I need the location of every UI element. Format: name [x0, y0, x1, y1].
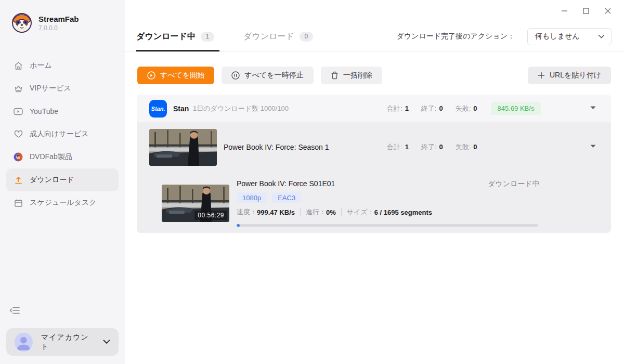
- episode-progress-fill: [237, 224, 240, 227]
- sidebar-item-label: VIPサービス: [30, 84, 71, 93]
- episode-status: ダウンロード中: [488, 179, 540, 189]
- app-brand: StreamFab 7.0.0.0: [11, 12, 79, 33]
- minimize-button[interactable]: [553, 0, 575, 21]
- active-tab-underline: [136, 50, 219, 51]
- stat-value: 1: [405, 105, 409, 112]
- download-tabs: ダウンロード中 1 ダウンロード 0: [136, 21, 313, 51]
- stat-label: 終了:: [421, 142, 437, 152]
- plus-icon: [538, 72, 545, 79]
- paste-url-button[interactable]: URLを貼り付け: [528, 67, 611, 84]
- play-circle-icon: [147, 71, 155, 80]
- app-name: StreamFab: [38, 15, 79, 23]
- stat-value: 0: [473, 143, 477, 151]
- stat-value: 0: [473, 105, 477, 112]
- post-action-dropdown[interactable]: 何もしません: [527, 28, 612, 45]
- stat-label: 失敗:: [456, 142, 471, 152]
- season-stats: 合計: 1 終了: 0 失敗: 0: [387, 122, 477, 172]
- trash-icon: [331, 71, 339, 80]
- sidebar-item-label: スケジュールタスク: [30, 198, 97, 207]
- sidebar-item-vip[interactable]: VIPサービス: [6, 77, 119, 100]
- provider-stats: 合計: 1 終了: 0 失敗: 0 845.69 KB/s: [387, 95, 541, 122]
- provider-collapse-caret[interactable]: [590, 106, 597, 111]
- sidebar-item-dvdfab[interactable]: DVDFab製品: [6, 146, 119, 168]
- titlebar: [125, 0, 624, 21]
- calendar-icon: [14, 198, 23, 207]
- streamfab-logo-icon: [11, 12, 32, 33]
- size-value: 6 / 1695 segments: [374, 209, 432, 216]
- sidebar-nav: ホーム VIPサービス YouTube 成人向けサービス: [6, 54, 119, 214]
- episode-speed: 速度： 999.47 KB/s: [237, 207, 295, 217]
- crown-icon: [14, 84, 23, 93]
- sidebar-item-label: ホーム: [30, 61, 52, 70]
- youtube-icon: [14, 107, 23, 116]
- sidebar-item-home[interactable]: ホーム: [6, 54, 119, 77]
- season-thumbnail: [149, 129, 217, 166]
- episode-row: 00:56:29 Power Book IV: Force S01E01 108…: [137, 172, 611, 233]
- heart-icon: [14, 129, 23, 139]
- progress-value: 0%: [326, 209, 336, 216]
- size-label: サイズ：: [347, 207, 374, 217]
- episode-progress: 進行： 0%: [306, 207, 336, 217]
- provider-row: Stan. Stan 1日のダウンロード数 1000/100 合計: 1 終了:…: [137, 95, 611, 122]
- episode-duration-badge: 00:56:29: [194, 211, 227, 220]
- pause-all-button[interactable]: すべてを一時停止: [222, 67, 313, 84]
- season-row: Power Book IV: Force: Season 1 合計: 1 終了:…: [137, 122, 611, 172]
- downloads-header: ダウンロード中 1 ダウンロード 0 ダウンロード完了後のアクション： 何もしま…: [125, 21, 624, 52]
- tab-downloaded[interactable]: ダウンロード 0: [243, 21, 313, 51]
- sidebar-item-label: 成人向けサービス: [30, 129, 88, 139]
- sidebar-item-label: ダウンロード: [30, 175, 74, 185]
- start-all-label: すべてを開始: [160, 71, 204, 80]
- app-version: 7.0.0.0: [38, 24, 79, 32]
- episode-title: Power Book IV: Force S01E01: [237, 179, 335, 188]
- stat-divider: [341, 209, 342, 216]
- quality-badge: 1080p: [237, 192, 267, 203]
- provider-speed-badge: 845.69 KB/s: [491, 102, 541, 115]
- my-account-button[interactable]: マイアカウント: [6, 328, 119, 356]
- post-action-label: ダウンロード完了後のアクション：: [396, 32, 515, 41]
- stat-label: 失敗:: [456, 104, 471, 113]
- home-icon: [14, 61, 23, 70]
- sidebar-item-youtube[interactable]: YouTube: [6, 100, 119, 123]
- collapse-sidebar-button[interactable]: [9, 306, 21, 316]
- tab-count-badge: 0: [300, 32, 313, 42]
- pause-circle-icon: [231, 71, 240, 80]
- sidebar-item-label: YouTube: [30, 107, 58, 115]
- sidebar: StreamFab 7.0.0.0 ホーム VIPサービス YouTube: [0, 0, 125, 364]
- stat-failed: 失敗: 0: [456, 104, 477, 113]
- pause-all-label: すべてを一時停止: [244, 71, 303, 80]
- download-icon: [14, 175, 23, 185]
- episode-thumbnail: 00:56:29: [162, 185, 229, 222]
- maximize-button[interactable]: [575, 0, 597, 21]
- stat-finished: 終了: 0: [421, 142, 443, 152]
- stat-value: 0: [439, 143, 443, 151]
- post-action-value: 何もしません: [535, 32, 580, 41]
- stan-logo-text: Stan.: [151, 106, 165, 112]
- account-chevron-down-icon: [103, 340, 110, 344]
- stat-failed: 失敗: 0: [456, 142, 477, 152]
- stat-total: 合計: 1: [387, 104, 409, 113]
- stat-label: 合計:: [387, 142, 402, 152]
- bulk-delete-label: 一括削除: [343, 71, 372, 80]
- stan-logo-icon: Stan.: [149, 100, 167, 118]
- main-area: ダウンロード中 1 ダウンロード 0 ダウンロード完了後のアクション： 何もしま…: [125, 0, 624, 364]
- bulk-delete-button[interactable]: 一括削除: [321, 67, 382, 84]
- audio-badge: EAC3: [272, 192, 301, 203]
- episode-stats: 速度： 999.47 KB/s 進行： 0% サイズ： 6 / 1695 seg…: [237, 207, 432, 217]
- stat-divider: [300, 209, 301, 216]
- account-label: マイアカウント: [41, 333, 95, 352]
- start-all-button[interactable]: すべてを開始: [137, 67, 214, 84]
- downloads-toolbar: すべてを開始 すべてを一時停止 一括削除 URLを貼り付け: [137, 67, 611, 84]
- sidebar-item-downloads[interactable]: ダウンロード: [6, 168, 119, 191]
- stat-value: 0: [439, 105, 443, 112]
- chevron-down-icon: [598, 34, 605, 38]
- episode-format-badges: 1080p EAC3: [237, 192, 301, 203]
- tab-downloading[interactable]: ダウンロード中 1: [136, 21, 214, 51]
- season-title: Power Book IV: Force: Season 1: [224, 122, 329, 172]
- stat-label: 終了:: [421, 104, 437, 113]
- sidebar-item-adult-services[interactable]: 成人向けサービス: [6, 123, 119, 146]
- sidebar-item-schedule-tasks[interactable]: スケジュールタスク: [6, 191, 119, 214]
- season-collapse-caret[interactable]: [590, 145, 597, 150]
- stat-total: 合計: 1: [387, 142, 409, 152]
- close-button[interactable]: [597, 0, 619, 21]
- tab-count-badge: 1: [201, 32, 214, 42]
